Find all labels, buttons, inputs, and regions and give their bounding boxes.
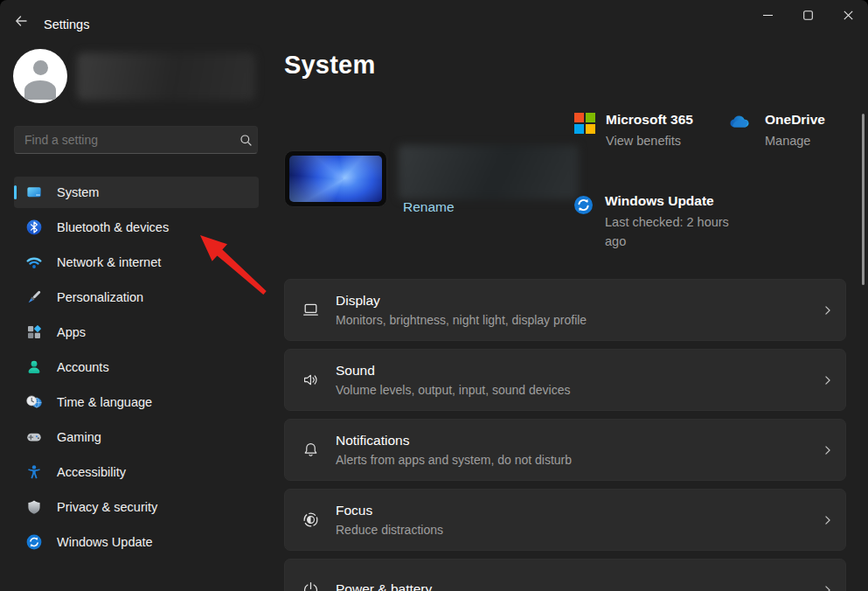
sidebar-item-personalization[interactable]: Personalization (14, 282, 259, 313)
card-title: Display (336, 291, 810, 309)
window-controls (747, 0, 868, 30)
card-focus[interactable]: Focus Reduce distractions (284, 489, 846, 551)
user-name-redacted (77, 52, 255, 101)
sidebar-item-label: Privacy & security (57, 500, 157, 514)
sidebar-item-label: Windows Update (57, 535, 153, 549)
avatar-body (24, 80, 56, 100)
chevron-right-icon (810, 304, 845, 316)
app-title: Settings (44, 17, 89, 31)
device-name-redacted (399, 145, 579, 199)
rename-link[interactable]: Rename (403, 199, 455, 215)
sidebar-item-apps[interactable]: Apps (14, 316, 259, 348)
search-box (14, 126, 258, 154)
chevron-right-icon (810, 514, 845, 526)
shield-icon (25, 498, 43, 516)
selected-indicator (14, 185, 17, 199)
sidebar-item-bluetooth-devices[interactable]: Bluetooth & devices (14, 212, 259, 243)
sidebar-item-label: Accessibility (57, 465, 126, 479)
search-input[interactable] (15, 133, 234, 147)
sound-icon (285, 371, 336, 389)
sidebar-item-system[interactable]: System (14, 177, 259, 208)
chevron-right-icon (810, 444, 845, 456)
device-wallpaper-thumbnail (284, 150, 387, 207)
page-title: System (284, 51, 375, 80)
card-subtitle: Alerts from apps and system, do not dist… (336, 451, 810, 469)
quick-link-subtitle[interactable]: Manage (765, 131, 825, 150)
sidebar-item-label: Time & language (57, 395, 152, 409)
sidebar-item-label: Apps (57, 325, 86, 339)
display-icon (285, 301, 336, 319)
sidebar-item-gaming[interactable]: Gaming (14, 421, 259, 453)
vertical-scrollbar[interactable] (862, 114, 865, 285)
sidebar-item-network-internet[interactable]: Network & internet (14, 247, 259, 278)
quick-link-title: OneDrive (765, 110, 825, 129)
sidebar-item-label: Personalization (57, 290, 143, 304)
card-sound[interactable]: Sound Volume levels, output, input, soun… (284, 349, 846, 411)
card-title: Focus (336, 501, 810, 519)
settings-window: Settings System (0, 0, 868, 591)
sidebar-nav: System Bluetooth & devices Network & int… (14, 177, 259, 561)
sidebar-item-label: Network & internet (57, 255, 161, 269)
accessibility-icon (25, 463, 43, 481)
card-title: Notifications (336, 431, 810, 449)
chevron-right-icon (810, 374, 845, 386)
sidebar-item-accounts[interactable]: Accounts (14, 351, 259, 383)
quick-link-windows-update[interactable]: Windows Update Last checked: 2 hours ago (573, 191, 760, 251)
quick-link-title: Microsoft 365 (606, 110, 693, 129)
windows-update-icon (25, 533, 43, 551)
close-button[interactable] (828, 0, 868, 30)
system-icon (25, 184, 43, 201)
back-button[interactable] (8, 9, 34, 33)
card-subtitle: Monitors, brightness, night light, displ… (336, 311, 810, 329)
card-power-battery[interactable]: Power & battery (284, 559, 846, 591)
apps-icon (25, 323, 43, 341)
search-icon (234, 134, 257, 147)
bluetooth-icon (25, 219, 43, 236)
maximize-icon (803, 10, 813, 20)
clock-globe-icon (25, 393, 43, 411)
bell-icon (285, 441, 336, 459)
microsoft-365-icon (574, 113, 595, 150)
gamepad-icon (25, 428, 43, 446)
card-title: Power & battery (336, 580, 810, 591)
sidebar-item-label: Gaming (57, 430, 101, 444)
onedrive-icon (728, 113, 754, 150)
avatar-head (33, 60, 48, 75)
focus-icon (285, 511, 336, 529)
minimize-icon (763, 10, 773, 20)
card-subtitle: Volume levels, output, input, sound devi… (336, 381, 810, 399)
user-avatar[interactable] (13, 49, 67, 103)
accounts-icon (25, 358, 43, 376)
quick-link-microsoft-365[interactable]: Microsoft 365 View benefits (574, 110, 693, 150)
wifi-icon (25, 254, 43, 271)
sidebar-item-accessibility[interactable]: Accessibility (14, 456, 259, 488)
sidebar-item-privacy-security[interactable]: Privacy & security (14, 491, 259, 523)
card-display[interactable]: Display Monitors, brightness, night ligh… (284, 279, 846, 341)
card-subtitle: Reduce distractions (336, 521, 810, 539)
quick-link-subtitle[interactable]: View benefits (606, 131, 693, 150)
sidebar-item-label: Bluetooth & devices (57, 220, 169, 234)
card-title: Sound (336, 361, 810, 379)
close-icon (844, 10, 853, 20)
quick-link-subtitle: Last checked: 2 hours ago (605, 212, 752, 251)
settings-card-list: Display Monitors, brightness, night ligh… (284, 279, 846, 591)
back-arrow-icon (14, 14, 28, 28)
power-icon (285, 581, 336, 591)
maximize-button[interactable] (788, 0, 828, 30)
sidebar-item-label: Accounts (57, 360, 109, 374)
sidebar-item-windows-update[interactable]: Windows Update (14, 526, 259, 558)
minimize-button[interactable] (747, 0, 788, 30)
quick-link-title: Windows Update (605, 191, 752, 210)
card-notifications[interactable]: Notifications Alerts from apps and syste… (284, 419, 846, 481)
windows-update-icon (573, 194, 594, 251)
brush-icon (25, 289, 43, 306)
sidebar-item-time-language[interactable]: Time & language (14, 386, 259, 418)
sidebar-item-label: System (57, 185, 99, 199)
wallpaper-image (289, 156, 382, 202)
quick-link-onedrive[interactable]: OneDrive Manage (728, 110, 825, 150)
chevron-right-icon (810, 584, 845, 591)
